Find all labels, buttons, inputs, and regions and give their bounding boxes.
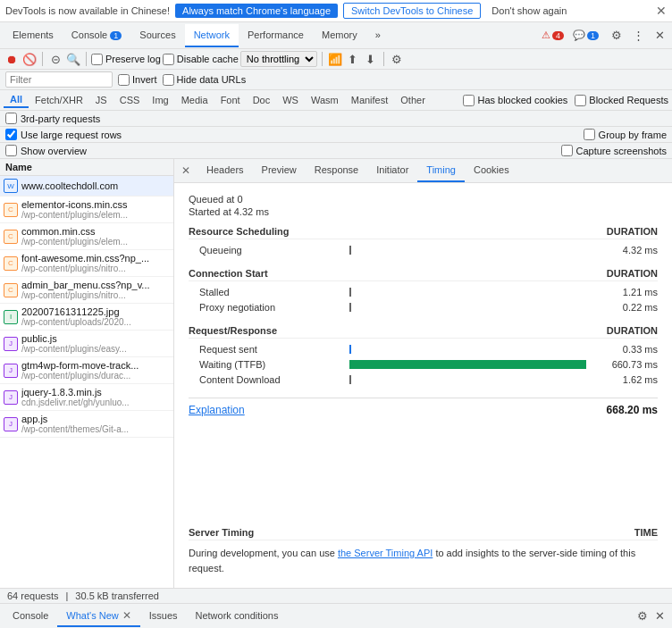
tab-elements[interactable]: Elements bbox=[4, 24, 63, 47]
wifi-icon[interactable]: 📶 bbox=[327, 51, 343, 67]
bottom-tab-whats-new-close[interactable]: ✕ bbox=[122, 609, 131, 622]
file-path: /wp-content/plugins/easy... bbox=[21, 344, 127, 354]
bottom-tab-whats-new[interactable]: What's New ✕ bbox=[57, 606, 139, 627]
file-item[interactable]: J public.js /wp-content/plugins/easy... bbox=[0, 331, 173, 357]
sub-tab-headers[interactable]: Headers bbox=[197, 159, 253, 182]
tab-performance[interactable]: Performance bbox=[239, 24, 313, 47]
connection-start-section: Connection Start DURATION Stalled 1.21 m… bbox=[189, 268, 658, 313]
timing-panel: ✕ Headers Preview Response Initiator Tim… bbox=[174, 159, 672, 588]
disable-cache-checkbox[interactable]: Disable cache bbox=[163, 54, 239, 65]
type-filter-css[interactable]: CSS bbox=[113, 93, 147, 107]
tab-more[interactable]: » bbox=[366, 24, 390, 47]
banner-close-button[interactable]: ✕ bbox=[656, 4, 667, 18]
options-row-1: 3rd-party requests bbox=[0, 111, 672, 127]
bottom-tab-issues[interactable]: Issues bbox=[140, 607, 187, 626]
banner-match-language-button[interactable]: Always match Chrome's language bbox=[175, 4, 338, 18]
sub-tab-preview[interactable]: Preview bbox=[253, 159, 306, 182]
type-filter-ws[interactable]: WS bbox=[276, 93, 305, 107]
hide-data-urls-checkbox[interactable]: Hide data URLs bbox=[163, 74, 247, 86]
timing-total: Explanation 668.20 ms bbox=[189, 398, 658, 422]
tab-network[interactable]: Network bbox=[185, 24, 239, 47]
blocked-requests-checkbox[interactable]: Blocked Requests bbox=[575, 95, 668, 106]
sub-tab-timing[interactable]: Timing bbox=[417, 159, 465, 182]
show-overview-checkbox[interactable]: Show overview bbox=[5, 145, 87, 156]
main-content: Name W www.cooltechdoll.com C elementor-… bbox=[0, 159, 672, 588]
request-sent-bar bbox=[349, 344, 586, 355]
file-item[interactable]: J app.js /wp-content/themes/Git-a... bbox=[0, 411, 173, 438]
type-filter-other[interactable]: Other bbox=[394, 93, 432, 107]
banner-dont-show-button[interactable]: Don't show again bbox=[486, 4, 572, 18]
file-item[interactable]: C elementor-icons.min.css /wp-content/pl… bbox=[0, 197, 173, 223]
type-filter-js[interactable]: JS bbox=[89, 93, 113, 107]
sub-tab-close-button[interactable]: ✕ bbox=[174, 159, 197, 182]
request-sent-tick bbox=[349, 345, 351, 354]
content-download-label: Content Download bbox=[189, 374, 349, 385]
explanation-link[interactable]: Explanation bbox=[189, 404, 245, 416]
tab-sources[interactable]: Sources bbox=[130, 24, 184, 47]
file-item[interactable]: C admin_bar_menu.css?np_v... /wp-content… bbox=[0, 277, 173, 304]
content-download-row: Content Download 1.62 ms bbox=[189, 374, 658, 385]
type-filter-fetch[interactable]: Fetch/XHR bbox=[29, 93, 89, 107]
banner-switch-chinese-button[interactable]: Switch DevTools to Chinese bbox=[343, 3, 481, 19]
type-filter-doc[interactable]: Doc bbox=[247, 93, 277, 107]
file-icon: I bbox=[4, 310, 18, 324]
invert-checkbox[interactable]: Invert bbox=[118, 74, 157, 86]
resource-scheduling-header: Resource Scheduling DURATION bbox=[189, 226, 658, 239]
filter-button[interactable]: ⊝ bbox=[47, 51, 63, 67]
type-filter-manifest[interactable]: Manifest bbox=[345, 93, 395, 107]
server-timing-header: Server Timing TIME bbox=[189, 527, 658, 540]
more-options-icon[interactable]: ⋮ bbox=[629, 27, 648, 44]
proxy-value: 0.22 ms bbox=[586, 302, 658, 313]
settings-gear-icon[interactable]: ⚙ bbox=[389, 51, 405, 67]
requests-count: 64 requests bbox=[7, 590, 58, 601]
type-filter-img[interactable]: Img bbox=[146, 93, 174, 107]
has-blocked-cookies-checkbox[interactable]: Has blocked cookies bbox=[463, 95, 567, 106]
proxy-tick bbox=[349, 303, 351, 312]
bottom-tab-console[interactable]: Console bbox=[4, 607, 57, 626]
third-party-checkbox[interactable]: 3rd-party requests bbox=[5, 113, 100, 124]
type-filter-all[interactable]: All bbox=[4, 92, 29, 108]
import-icon[interactable]: ⬆ bbox=[345, 51, 361, 67]
devtools-tab-bar: Elements Console 1 Sources Network Perfo… bbox=[0, 22, 672, 49]
stalled-bar bbox=[349, 287, 586, 297]
settings-icon[interactable]: ⚙ bbox=[608, 27, 626, 44]
record-button[interactable]: ⏺ bbox=[4, 51, 20, 67]
sub-tab-initiator[interactable]: Initiator bbox=[367, 159, 417, 182]
server-timing-api-link[interactable]: the Server Timing API bbox=[338, 548, 433, 558]
sub-tab-response[interactable]: Response bbox=[306, 159, 368, 182]
type-filter-wasm[interactable]: Wasm bbox=[305, 93, 345, 107]
server-timing-section: Server Timing TIME During development, y… bbox=[174, 527, 672, 588]
file-item[interactable]: J jquery-1.8.3.min.js cdn.jsdelivr.net/g… bbox=[0, 384, 173, 411]
file-list: Name W www.cooltechdoll.com C elementor-… bbox=[0, 159, 174, 588]
file-item[interactable]: J gtm4wp-form-move-track... /wp-content/… bbox=[0, 357, 173, 384]
large-request-rows-checkbox[interactable]: Use large request rows bbox=[5, 129, 122, 140]
file-item[interactable]: C font-awesome.min.css?np_... /wp-conten… bbox=[0, 250, 173, 277]
filter-input[interactable] bbox=[5, 71, 113, 88]
capture-screenshots-checkbox[interactable]: Capture screenshots bbox=[561, 145, 668, 156]
content-download-tick bbox=[349, 375, 351, 384]
type-filter-font[interactable]: Font bbox=[214, 93, 247, 107]
preserve-log-checkbox[interactable]: Preserve log bbox=[91, 54, 161, 65]
clear-button[interactable]: 🚫 bbox=[21, 51, 38, 67]
waiting-ttfb-value: 660.73 ms bbox=[586, 359, 658, 370]
throttle-select[interactable]: No throttling bbox=[240, 51, 317, 67]
search-button[interactable]: 🔍 bbox=[65, 51, 81, 67]
tab-memory[interactable]: Memory bbox=[313, 24, 366, 47]
export-icon[interactable]: ⬇ bbox=[363, 51, 379, 67]
proxy-negotiation-label: Proxy negotiation bbox=[189, 302, 349, 313]
tab-console[interactable]: Console 1 bbox=[63, 24, 130, 47]
stalled-tick bbox=[349, 288, 351, 297]
server-timing-label: Server Timing bbox=[189, 527, 254, 538]
sub-tab-cookies[interactable]: Cookies bbox=[465, 159, 518, 182]
group-by-frame-checkbox[interactable]: Group by frame bbox=[584, 129, 667, 140]
bottom-panel-close-icon[interactable]: ✕ bbox=[651, 607, 668, 624]
file-item[interactable]: C common.min.css /wp-content/plugins/ele… bbox=[0, 223, 173, 250]
bottom-tab-network-conditions[interactable]: Network conditions bbox=[187, 607, 288, 626]
file-item[interactable]: I 202007161311225.jpg /wp-content/upload… bbox=[0, 304, 173, 331]
close-devtools-icon[interactable]: ✕ bbox=[651, 27, 668, 44]
type-filter-media[interactable]: Media bbox=[175, 93, 214, 107]
console-badge: 1 bbox=[110, 31, 122, 40]
file-item[interactable]: W www.cooltechdoll.com bbox=[0, 176, 173, 197]
bottom-panel-settings-icon[interactable]: ⚙ bbox=[634, 607, 651, 624]
network-toolbar: ⏺ 🚫 ⊝ 🔍 Preserve log Disable cache No th… bbox=[0, 49, 672, 70]
